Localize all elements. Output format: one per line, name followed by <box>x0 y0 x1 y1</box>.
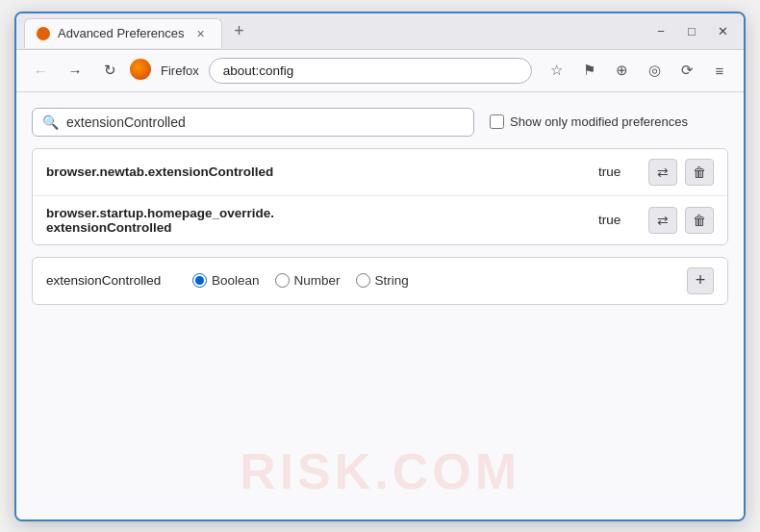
address-bar[interactable] <box>209 58 532 84</box>
table-row: browser.startup.homepage_override. exten… <box>33 196 727 244</box>
add-preference-row: extensionControlled Boolean Number Strin… <box>32 257 728 305</box>
back-button[interactable]: ← <box>26 56 55 85</box>
nav-bar: ← → ↻ Firefox ☆ ⚑ ⊕ ◎ ⟳ ≡ <box>16 50 744 92</box>
tab-close-btn[interactable]: × <box>192 25 210 42</box>
bookmark-button[interactable]: ☆ <box>542 56 570 85</box>
pref-delete-btn-1[interactable]: 🗑 <box>685 159 714 186</box>
firefox-label: Firefox <box>161 63 199 78</box>
pref-actions-2: ⇄ 🗑 <box>648 207 714 234</box>
search-input[interactable] <box>66 114 464 130</box>
browser-window: Advanced Preferences × + − □ ✕ ← → ↻ Fir… <box>14 12 746 521</box>
addon-button[interactable]: ⊕ <box>607 56 636 85</box>
new-pref-name: extensionControlled <box>46 273 181 288</box>
tab-favicon <box>37 27 50 40</box>
number-radio[interactable] <box>275 273 290 288</box>
maximize-button[interactable]: □ <box>678 17 705 44</box>
title-bar: Advanced Preferences × + − □ ✕ <box>16 13 744 50</box>
profile-button[interactable]: ◎ <box>640 56 669 85</box>
number-label: Number <box>294 273 341 288</box>
string-label: String <box>375 273 409 288</box>
browser-tab[interactable]: Advanced Preferences × <box>24 18 222 48</box>
minimize-button[interactable]: − <box>647 17 674 44</box>
pref-toggle-btn-2[interactable]: ⇄ <box>648 207 677 234</box>
pref-value-2: true <box>598 213 637 227</box>
modified-prefs-checkbox[interactable] <box>490 114 504 129</box>
modified-prefs-label: Show only modified preferences <box>510 114 688 129</box>
search-box-container: 🔍 <box>32 108 474 137</box>
firefox-logo <box>130 59 153 82</box>
reload-button[interactable]: ↻ <box>95 56 124 85</box>
string-radio-label[interactable]: String <box>356 273 409 288</box>
table-row: browser.newtab.extensionControlled true … <box>33 149 727 196</box>
search-icon: 🔍 <box>42 114 59 130</box>
number-radio-label[interactable]: Number <box>275 273 341 288</box>
tab-title: Advanced Preferences <box>58 26 185 40</box>
close-button[interactable]: ✕ <box>709 17 736 44</box>
boolean-radio[interactable] <box>192 273 207 288</box>
watermark: RISK.COM <box>240 443 520 500</box>
pref-toggle-btn-1[interactable]: ⇄ <box>648 159 677 186</box>
sync-button[interactable]: ⟳ <box>672 56 701 85</box>
pref-actions-1: ⇄ 🗑 <box>648 159 714 186</box>
new-tab-button[interactable]: + <box>226 17 253 44</box>
nav-icons: ☆ ⚑ ⊕ ◎ ⟳ ≡ <box>542 56 734 85</box>
pref-name-1: browser.newtab.extensionControlled <box>46 165 587 179</box>
content-area: RISK.COM 🔍 Show only modified preference… <box>16 92 744 519</box>
add-pref-button[interactable]: + <box>687 267 714 294</box>
pref-delete-btn-2[interactable]: 🗑 <box>685 207 714 234</box>
search-row: 🔍 Show only modified preferences <box>32 108 728 137</box>
boolean-label: Boolean <box>212 273 260 288</box>
pref-value-1: true <box>598 165 637 179</box>
string-radio[interactable] <box>356 273 370 288</box>
pref-name-2: browser.startup.homepage_override. exten… <box>46 206 587 235</box>
menu-button[interactable]: ≡ <box>705 56 734 85</box>
preferences-table: browser.newtab.extensionControlled true … <box>32 148 728 245</box>
forward-button[interactable]: → <box>61 56 89 85</box>
window-controls: − □ ✕ <box>647 17 736 44</box>
boolean-radio-label[interactable]: Boolean <box>192 273 260 288</box>
type-radio-group: Boolean Number String <box>192 273 675 288</box>
pocket-button[interactable]: ⚑ <box>574 56 603 85</box>
modified-prefs-checkbox-label[interactable]: Show only modified preferences <box>490 114 688 129</box>
